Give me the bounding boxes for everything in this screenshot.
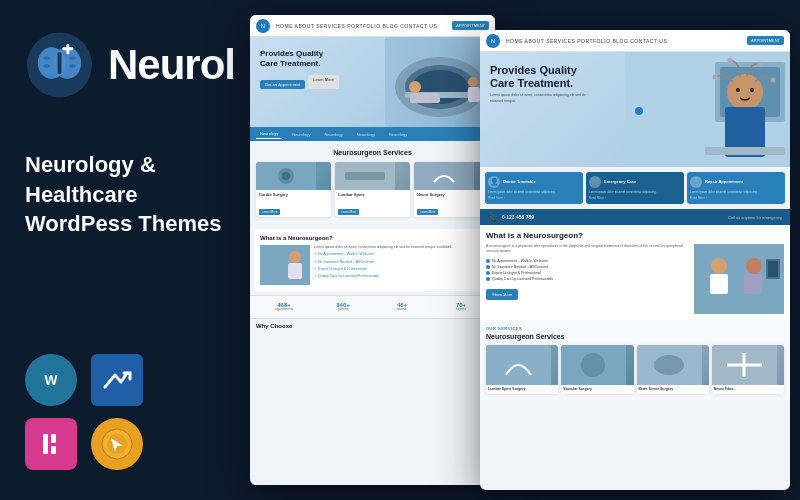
elementor-icon	[25, 418, 77, 470]
svg-rect-48	[710, 274, 728, 294]
repair-icon	[690, 176, 702, 188]
emergency-icon	[589, 176, 601, 188]
stat-item-2: 340+ patients	[315, 302, 371, 312]
info-card-text-2: Lorem ipsum dolor sit amet consectetur a…	[589, 190, 681, 194]
mock-hero-middle: Provides QualityCare Treatment. Get an A…	[250, 37, 495, 127]
mock-appointment-btn[interactable]: APPOINTMENT	[452, 21, 489, 30]
mock-hero-img-middle	[385, 37, 495, 127]
right-service-card-2: Vascular Surgery	[561, 345, 633, 394]
mock-what-title: What is a Neurosurgeon?	[260, 235, 485, 241]
svg-rect-3	[58, 52, 62, 74]
stat-label-3: awards	[374, 308, 430, 312]
mock-nav-tab-1[interactable]: Neurology	[256, 129, 282, 139]
right-what-section: What is a Neurosurgeon? A neurosurgeon i…	[480, 225, 790, 320]
info-card-title-3: Repair Appointment	[705, 179, 743, 184]
services-subtitle-right: OUR SERVICES	[486, 326, 784, 331]
wordpress-icon: W	[25, 354, 77, 406]
app-title: Neurol	[108, 41, 235, 89]
svg-rect-33	[288, 263, 302, 279]
service-card-1: Cardio Surgery Learn More	[256, 162, 331, 217]
click-icon	[91, 418, 143, 470]
info-card-link-1[interactable]: Read More ›	[488, 196, 580, 200]
logo-area: Neurol	[25, 30, 235, 100]
right-service-card-3: Brain Tumor Surgery	[637, 345, 709, 394]
mock-learn-more-btn[interactable]: Learn More	[308, 75, 338, 89]
right-service-img-3	[637, 345, 709, 385]
show-more-btn[interactable]: Show More	[486, 289, 518, 300]
mock-what-content: Lorem ipsum dolor sit amet, consectetur …	[260, 245, 485, 285]
mock-nav-tab-2[interactable]: Neurology	[288, 130, 314, 139]
info-cards-section: 👤 Doctor Timetable Lorem ipsum dolor sit…	[480, 167, 790, 209]
stat-item-1: 468+ appointments	[256, 302, 312, 312]
why-choose-title: Why Choose	[256, 323, 489, 329]
right-what-content: A neurosurgeon is a physician who specia…	[486, 244, 784, 314]
info-card-3: Repair Appointment Lorem ipsum dolor sit…	[687, 172, 785, 204]
svg-rect-11	[51, 434, 56, 443]
svg-point-44	[750, 88, 754, 92]
svg-rect-22	[410, 93, 440, 103]
info-card-link-3[interactable]: Read More ›	[690, 196, 782, 200]
check-dot-4	[486, 277, 490, 281]
mock-hero-right: Provides QualityCare Treatment. Lorem ip…	[480, 52, 790, 167]
check-dot-3	[486, 271, 490, 275]
info-card-text-3: Lorem ipsum dolor sit amet consectetur a…	[690, 190, 782, 194]
svg-point-47	[711, 258, 727, 274]
services-grid-middle: Cardio Surgery Learn More Lumbar Spine L…	[256, 162, 489, 217]
info-card-title-1: Doctor Timetable	[503, 179, 536, 184]
mock-header-right: N HOME ABOUT SERVICES PORTFOLIO BLOG CON…	[480, 30, 790, 52]
info-card-1: 👤 Doctor Timetable Lorem ipsum dolor sit…	[485, 172, 583, 204]
decorative-dot	[635, 107, 643, 115]
stat-label-2: patients	[315, 308, 371, 312]
mock-nav-tab-4[interactable]: Neurology	[353, 130, 379, 139]
service-card-img-1	[256, 162, 331, 190]
svg-point-43	[736, 88, 740, 92]
mock-hero-title-right: Provides QualityCare Treatment.	[490, 64, 590, 90]
svg-point-55	[581, 353, 605, 377]
right-service-img-2	[561, 345, 633, 385]
svg-rect-52	[768, 261, 778, 277]
mock-check-1: ✓ No Appointment – Walk-In Welcome	[314, 252, 453, 257]
svg-point-49	[746, 258, 762, 274]
mock-services-section: Neurosurgeon Services Cardio Surgery Lea…	[250, 141, 495, 225]
info-card-link-2[interactable]: Read More ›	[589, 196, 681, 200]
mock-check-2: ✓ No Insurance Needed – All Covered	[314, 260, 453, 265]
stat-label-1: appointments	[256, 308, 312, 312]
right-what-para: A neurosurgeon is a physician who specia…	[486, 244, 689, 255]
right-services-title: Neurosurgeon Services	[486, 333, 784, 340]
svg-point-23	[468, 77, 478, 87]
service-card-btn-3[interactable]: Learn More	[417, 209, 438, 215]
svg-point-41	[758, 62, 763, 67]
svg-rect-31	[260, 245, 310, 285]
check-dot-1	[486, 259, 490, 263]
service-card-label-1: Cardio Surgery	[256, 190, 331, 199]
mock-appointment-btn-right[interactable]: APPOINTMENT	[747, 36, 784, 45]
svg-text:W: W	[45, 373, 58, 388]
svg-rect-10	[43, 434, 48, 454]
svg-point-32	[289, 251, 301, 263]
mock-what-section: What is a Neurosurgeon? Lorem ipsum dolo…	[254, 229, 491, 291]
check-item-4: Quality Care by Licensed Professionals	[486, 276, 689, 282]
svg-rect-9	[31, 424, 71, 464]
phone-bar-text: Call us anytime for emergency	[728, 215, 782, 220]
service-card-btn-1[interactable]: Learn More	[259, 209, 280, 215]
svg-rect-29	[345, 172, 385, 180]
right-service-img-1	[486, 345, 558, 385]
svg-rect-50	[744, 274, 762, 294]
mock-nav-tab-5[interactable]: Neurology	[385, 130, 411, 139]
brand-row-1: W	[25, 354, 235, 406]
right-what-text: A neurosurgeon is a physician who specia…	[486, 244, 689, 314]
mock-nav-tab-3[interactable]: Neurology	[320, 130, 346, 139]
right-service-label-2: Vascular Surgery	[561, 385, 633, 394]
mock-get-appointment-btn[interactable]: Get an Appointment	[260, 80, 305, 89]
mock-nav-middle: HOME ABOUT SERVICES PORTFOLIO BLOG CONTA…	[276, 23, 437, 29]
svg-rect-12	[51, 446, 56, 454]
right-services-section: OUR SERVICES Neurosurgeon Services Lumba…	[480, 320, 790, 400]
right-services-grid: Lumbar Spine Surgery Vascular Surgery Br…	[486, 345, 784, 394]
right-service-card-1: Lumbar Spine Surgery	[486, 345, 558, 394]
right-service-img-4	[712, 345, 784, 385]
brain-icon	[25, 30, 94, 100]
service-card-img-2	[335, 162, 410, 190]
mock-patient-img	[625, 52, 790, 167]
service-card-btn-2[interactable]: Learn More	[338, 209, 359, 215]
mock-hero-text-middle: Provides QualityCare Treatment. Get an A…	[260, 49, 339, 89]
